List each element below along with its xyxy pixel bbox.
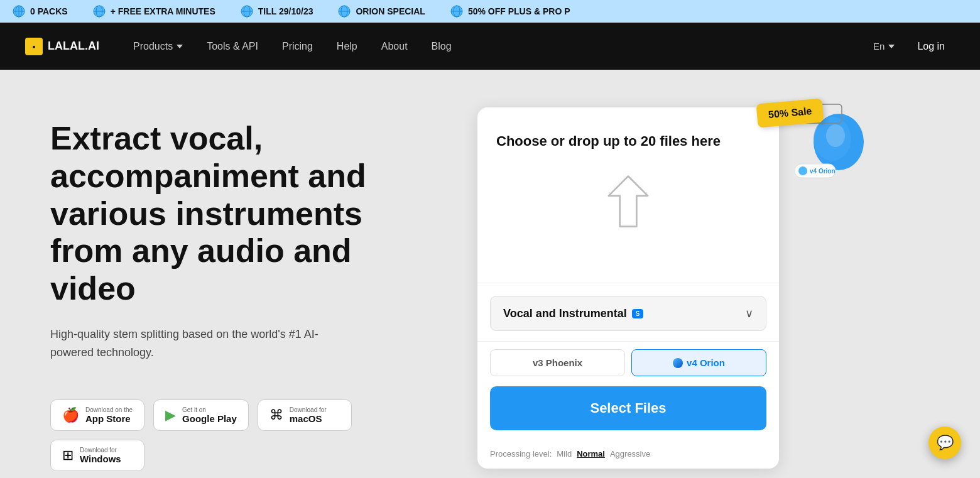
logo[interactable]: ▪ LALAL.AI [25,38,99,55]
windows-icon: ⊞ [62,448,74,462]
upload-card: 50% Sale New AI Model! v4 Orion [477,107,779,469]
download-buttons: 🍎 Download on the App Store ▶ Get it on … [50,399,440,471]
orion-dot-icon [673,358,683,368]
nav-about[interactable]: About [379,36,410,57]
ticker-item-2: + FREE EXTRA MINUTES [93,5,215,18]
logo-icon: ▪ [25,38,43,55]
version-tabs: v3 Phoenix v4 Orion [477,342,779,386]
hero-title: Extract vocal, accompaniment and various… [50,120,440,308]
processing-aggressive[interactable]: Aggressive [610,449,650,459]
select-files-section: Select Files [477,386,779,443]
svg-rect-22 [795,164,836,178]
apple-icon: 🍎 [62,408,79,422]
language-selector[interactable]: En [873,41,895,52]
globe-icon-3 [241,5,253,18]
ticker-item-1: 0 PACKS [13,5,68,18]
upload-arrow-icon [603,173,653,236]
sale-badge: 50% Sale [756,98,824,128]
svg-point-23 [798,166,807,175]
google-play-button[interactable]: ▶ Get it on Google Play [153,399,249,431]
lang-chevron-icon [888,45,895,48]
dropdown-chevron-icon: ∨ [745,307,753,320]
processing-mild[interactable]: Mild [557,449,572,459]
svg-point-17 [814,117,851,161]
upload-icon-area [496,163,760,245]
processing-level: Processing level: Mild Normal Aggressive [477,443,779,469]
macos-icon: ⌘ [270,408,283,422]
chevron-down-icon [177,45,183,48]
hero-subtitle: High-quality stem splitting based on the… [50,325,352,362]
globe-icon-4 [338,5,351,18]
app-store-button[interactable]: 🍎 Download on the App Store [50,399,144,431]
hero-section: Extract vocal, accompaniment and various… [50,107,440,478]
navbar: ▪ LALAL.AI Products Tools & API Pricing … [0,23,980,70]
play-icon: ▶ [165,408,176,422]
upload-description: Choose or drop up to 20 files here [496,133,721,151]
processing-label: Processing level: [490,449,552,459]
svg-point-16 [814,114,864,170]
ticker-item-3: TILL 29/10/23 [241,5,313,18]
svg-text:v4 Orion: v4 Orion [810,168,836,175]
globe-icon-1 [13,5,25,18]
chat-bubble-button[interactable]: 💬 [928,426,961,459]
nav-tools-api[interactable]: Tools & API [204,36,261,57]
nav-right: En Log in [873,36,955,57]
ticker-item-4: ORION SPECIAL [338,5,425,18]
svg-point-18 [826,124,845,147]
nav-blog[interactable]: Blog [429,36,454,57]
logo-text: LALAL.AI [48,40,99,53]
nav-help[interactable]: Help [334,36,360,57]
main-content: Extract vocal, accompaniment and various… [0,70,980,478]
chat-icon: 💬 [937,435,954,451]
tab-v4-orion[interactable]: v4 Orion [631,349,766,376]
windows-button[interactable]: ⊞ Download for Windows [50,440,144,471]
globe-icon-2 [93,5,106,18]
nav-products[interactable]: Products [131,36,185,57]
nav-pricing[interactable]: Pricing [280,36,315,57]
login-button[interactable]: Log in [907,36,955,57]
stem-type-dropdown[interactable]: Vocal and Instrumental S ∨ [490,296,766,331]
ticker-item-5: 50% OFF PLUS & PRO P [450,5,570,18]
tab-v3-phoenix[interactable]: v3 Phoenix [490,349,625,376]
macos-button[interactable]: ⌘ Download for macOS [258,399,352,431]
select-files-button[interactable]: Select Files [490,386,766,430]
processing-normal[interactable]: Normal [577,449,605,459]
upload-area[interactable]: Choose or drop up to 20 files here [477,107,779,283]
dropdown-label-text: Vocal and Instrumental S [503,307,643,320]
ticker-bar: 0 PACKS + FREE EXTRA MINUTES TILL 29/10/… [0,0,980,23]
ai-badge: S [632,309,644,318]
dropdown-section: Vocal and Instrumental S ∨ [477,283,779,342]
globe-icon-5 [450,5,463,18]
